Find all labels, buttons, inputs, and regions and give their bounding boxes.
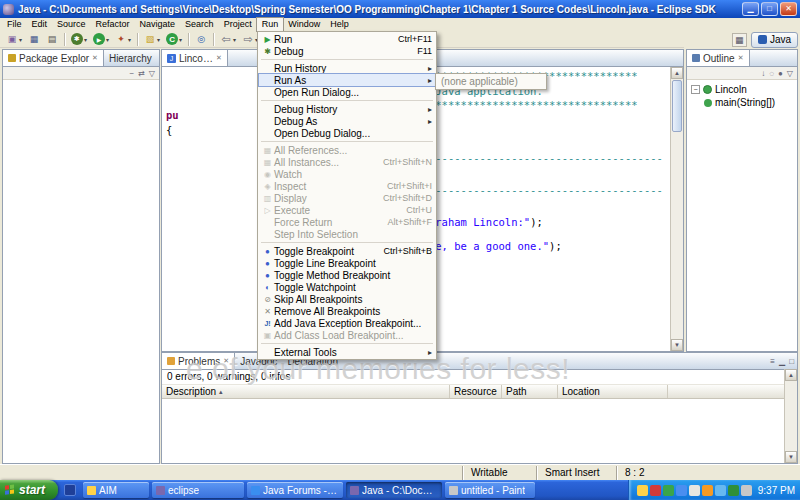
- menu-item-run[interactable]: ▶RunCtrl+F11: [259, 33, 435, 45]
- scroll-down-icon[interactable]: ▼: [671, 339, 683, 351]
- maximize-icon[interactable]: □: [761, 2, 778, 16]
- menu-item-toggle-line-breakpoint[interactable]: ●Toggle Line Breakpoint: [259, 257, 435, 269]
- taskbar-button-eclipse[interactable]: eclipse: [152, 482, 244, 498]
- tab-package-explorer[interactable]: Package Explor ✕: [3, 50, 104, 66]
- problems-body[interactable]: [162, 399, 784, 463]
- sort-icon[interactable]: ↓: [761, 69, 765, 78]
- outline-node-main-string[interactable]: main(String[]): [687, 96, 797, 109]
- menu-item-open-debug-dialog[interactable]: Open Debug Dialog...: [259, 127, 435, 139]
- scroll-up-icon[interactable]: ▲: [785, 369, 797, 381]
- view-menu-icon[interactable]: ▽: [149, 69, 155, 78]
- taskbar-button-aim[interactable]: AIM: [83, 482, 149, 498]
- menu-item-all-references[interactable]: ▦All References...: [259, 144, 435, 156]
- print-button[interactable]: ▤: [43, 32, 61, 47]
- tray-icon[interactable]: [728, 485, 739, 496]
- filter-icon[interactable]: ≡: [770, 357, 775, 366]
- menu-item-toggle-breakpoint[interactable]: ●Toggle BreakpointCtrl+Shift+B: [259, 245, 435, 257]
- new-java-package-button[interactable]: ▧▾: [141, 32, 163, 47]
- menubar-item-project[interactable]: Project: [219, 18, 257, 31]
- collapse-all-icon[interactable]: −: [129, 69, 134, 78]
- close-tab-icon[interactable]: ✕: [216, 54, 222, 62]
- problems-scrollbar[interactable]: ▲ ▼: [784, 369, 797, 463]
- package-explorer-body[interactable]: [3, 80, 159, 463]
- save-button[interactable]: ▦: [25, 32, 43, 47]
- menu-item-toggle-method-breakpoint[interactable]: ●Toggle Method Breakpoint: [259, 269, 435, 281]
- editor-scrollbar[interactable]: ▲ ▼: [670, 67, 683, 351]
- tray-icon[interactable]: [741, 485, 752, 496]
- tray-icon[interactable]: [676, 485, 687, 496]
- tray-icon[interactable]: [637, 485, 648, 496]
- tab-lincoln-java[interactable]: J Lincoln.java ✕: [162, 50, 228, 66]
- menu-item-force-return[interactable]: Force ReturnAlt+Shift+F: [259, 216, 435, 228]
- tab-hierarchy[interactable]: Hierarchy: [104, 50, 157, 66]
- link-with-editor-icon[interactable]: ⇄: [138, 69, 145, 78]
- menu-item-add-class-load-breakpoint[interactable]: ▣Add Class Load Breakpoint...: [259, 329, 435, 341]
- menu-item-open-run-dialog[interactable]: Open Run Dialog...: [259, 86, 435, 98]
- menu-item-watch[interactable]: ◉Watch: [259, 168, 435, 180]
- menu-item-run-as[interactable]: Run As▸: [259, 74, 435, 86]
- menu-item-add-java-exception-breakpoint[interactable]: J!Add Java Exception Breakpoint...: [259, 317, 435, 329]
- menu-item-debug-as[interactable]: Debug As▸: [259, 115, 435, 127]
- close-tab-icon[interactable]: ✕: [738, 54, 744, 62]
- expander-icon[interactable]: −: [691, 85, 700, 94]
- close-tab-icon[interactable]: ✕: [92, 54, 98, 62]
- menu-item-run-history[interactable]: Run History▸: [259, 62, 435, 74]
- external-tools-button[interactable]: ✦▾: [112, 32, 134, 47]
- menubar-item-file[interactable]: File: [2, 18, 27, 31]
- taskbar-button-java-forums-reply[interactable]: Java Forums - Reply ...: [247, 482, 343, 498]
- menu-item-debug-history[interactable]: Debug History▸: [259, 103, 435, 115]
- tab-problems[interactable]: Problems ✕: [162, 353, 235, 369]
- back-button[interactable]: ⇦▾: [217, 32, 239, 47]
- column-header-path[interactable]: Path: [502, 385, 558, 398]
- menubar-item-refactor[interactable]: Refactor: [91, 18, 135, 31]
- menubar-item-edit[interactable]: Edit: [27, 18, 53, 31]
- menu-item-toggle-watchpoint[interactable]: ◐Toggle Watchpoint: [259, 281, 435, 293]
- tray-icon[interactable]: [689, 485, 700, 496]
- menubar-item-navigate[interactable]: Navigate: [135, 18, 181, 31]
- menubar-item-search[interactable]: Search: [180, 18, 219, 31]
- scroll-down-icon[interactable]: ▼: [785, 451, 797, 463]
- tab-outline[interactable]: Outline ✕: [687, 50, 750, 66]
- column-header-resource[interactable]: Resource: [450, 385, 502, 398]
- close-icon[interactable]: ✕: [780, 2, 797, 16]
- quick-launch-icon[interactable]: [64, 484, 76, 496]
- titlebar[interactable]: Java - C:\Documents and Settings\Vince\D…: [0, 0, 800, 18]
- close-tab-icon[interactable]: ✕: [223, 357, 229, 365]
- menu-item-remove-all-breakpoints[interactable]: ✕Remove All Breakpoints: [259, 305, 435, 317]
- menubar-item-window[interactable]: Window: [283, 18, 325, 31]
- menu-item-step-into-selection[interactable]: Step Into Selection: [259, 228, 435, 240]
- view-menu-icon[interactable]: ▽: [787, 69, 793, 78]
- menubar-item-run[interactable]: Run: [257, 18, 284, 31]
- taskbar-button-untitled-paint[interactable]: untitled - Paint: [445, 482, 535, 498]
- menubar-item-source[interactable]: Source: [52, 18, 91, 31]
- hide-fields-icon[interactable]: ◌: [769, 69, 774, 78]
- menu-item-debug[interactable]: ✱DebugF11: [259, 45, 435, 57]
- start-button[interactable]: start: [0, 480, 58, 500]
- new-wizard-button[interactable]: ▣▾: [3, 32, 25, 47]
- menu-item-skip-all-breakpoints[interactable]: ⊘Skip All Breakpoints: [259, 293, 435, 305]
- debug-button[interactable]: ✱▾: [68, 32, 90, 47]
- maximize-view-icon[interactable]: □: [789, 357, 794, 366]
- menubar-item-help[interactable]: Help: [325, 18, 354, 31]
- run-button[interactable]: ▶▾: [90, 32, 112, 47]
- menu-item-external-tools[interactable]: External Tools▸: [259, 346, 435, 358]
- scrollbar-thumb[interactable]: [672, 80, 682, 132]
- menu-item-display[interactable]: ▥DisplayCtrl+Shift+D: [259, 192, 435, 204]
- hide-static-icon[interactable]: ●: [778, 69, 783, 78]
- tray-icon[interactable]: [702, 485, 713, 496]
- menu-item-inspect[interactable]: ◈InspectCtrl+Shift+I: [259, 180, 435, 192]
- tray-icon[interactable]: [663, 485, 674, 496]
- tray-icon[interactable]: [715, 485, 726, 496]
- new-java-class-button[interactable]: C▾: [163, 32, 185, 47]
- menu-item-all-instances[interactable]: ▦All Instances...Ctrl+Shift+N: [259, 156, 435, 168]
- minimize-view-icon[interactable]: ▁: [779, 357, 785, 366]
- taskbar-button-java-c-documents[interactable]: Java - C:\Documents ...: [346, 482, 442, 498]
- outline-node-lincoln[interactable]: −Lincoln: [687, 83, 797, 96]
- column-header-description[interactable]: Description▴: [162, 385, 450, 398]
- search-button[interactable]: ◎: [192, 32, 210, 47]
- column-header-location[interactable]: Location: [558, 385, 668, 398]
- minimize-icon[interactable]: ▁: [742, 2, 759, 16]
- open-perspective-icon[interactable]: ▦: [732, 33, 747, 47]
- scroll-up-icon[interactable]: ▲: [671, 67, 683, 79]
- tray-icon[interactable]: [650, 485, 661, 496]
